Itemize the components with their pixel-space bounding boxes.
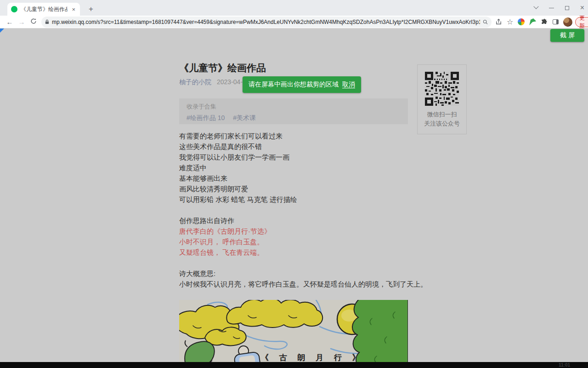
poem-line: 唐代李白的《古朗月行·节选》 xyxy=(179,226,409,236)
drawing-svg: 《 古 朗 月 行 》 李 白 [ 唐 ] 小 时 不 识 月 ， xyxy=(179,300,408,368)
browser-toolbar: ← → mp.weixin.qq.com/s?src=11&timestamp=… xyxy=(0,16,588,29)
window-close-icon[interactable]: × xyxy=(580,4,584,12)
green-extension-icon[interactable] xyxy=(529,18,536,25)
chevron-down-icon[interactable] xyxy=(533,4,538,9)
album-tag[interactable]: #绘画作品 10 xyxy=(187,114,225,122)
update-label: 更新 xyxy=(579,14,585,30)
tab-title: 《儿童节》绘画作品 xyxy=(21,6,68,13)
qr-panel: 微信扫一扫 关注该公众号 xyxy=(417,64,467,134)
poem-line: 又疑瑶台镜， 飞在青云端。 xyxy=(179,247,409,258)
author-link[interactable]: 柚子的小院 xyxy=(179,78,211,86)
colorful-extension-icon[interactable] xyxy=(518,18,525,25)
url-text: mp.weixin.qq.com/s?src=11&timestamp=1681… xyxy=(52,19,480,25)
lock-icon xyxy=(45,19,49,25)
article-illustration: 《 古 朗 月 行 》 李 白 [ 唐 ] 小 时 不 识 月 ， xyxy=(179,300,408,368)
meaning-label: 诗大概意思: xyxy=(179,268,409,279)
forward-button[interactable]: → xyxy=(16,18,28,26)
side-panel-icon[interactable] xyxy=(553,19,559,24)
blank-line xyxy=(179,258,409,268)
poem-line: 小时不识月， 呼作白玉盘。 xyxy=(179,236,409,247)
taskbar: 11:01 xyxy=(0,362,588,368)
share-icon[interactable] xyxy=(495,18,502,25)
article-title: 《儿童节》绘画作品 xyxy=(179,62,266,75)
tab-strip: 《儿童节》绘画作品 × + × xyxy=(0,0,588,16)
screenshot-button[interactable]: 截 屏 xyxy=(550,29,584,42)
paragraph: 我觉得可以让小朋友们学一学画一画 xyxy=(179,152,409,162)
extensions-puzzle-icon[interactable] xyxy=(541,18,548,26)
window-controls: × xyxy=(534,0,584,16)
toolbar-icons: ☆ xyxy=(495,17,572,27)
paragraph: 基本能够画出来 xyxy=(179,173,409,184)
album-box: 收录于合集 #绘画作品 10 #美术课 xyxy=(179,98,408,124)
wechat-favicon-icon xyxy=(11,6,17,12)
poem-intro: 创作思路出自诗作 xyxy=(179,215,409,226)
address-bar[interactable]: mp.weixin.qq.com/s?src=11&timestamp=1681… xyxy=(41,17,492,28)
snip-instruction-text: 请在屏幕中画出你想裁剪的区域 xyxy=(249,80,339,89)
reload-button[interactable] xyxy=(28,18,40,26)
minimize-icon[interactable] xyxy=(549,8,554,8)
qr-code xyxy=(425,72,459,106)
meaning-text: 小时候我不认识月亮，将它呼作白玉盘。又怀疑是瑶台仙人的明境，飞到了天上。 xyxy=(179,279,409,289)
back-button[interactable]: ← xyxy=(4,18,16,26)
tab-close-icon[interactable]: × xyxy=(71,6,76,13)
blank-line xyxy=(179,205,409,215)
paragraph: 画风比较清秀明朗可爱 xyxy=(179,184,409,194)
chrome-update-button[interactable]: 更新 ⋮ xyxy=(575,17,588,27)
new-tab-button[interactable]: + xyxy=(85,4,96,15)
qr-caption-line1: 微信扫一扫 xyxy=(424,110,460,119)
restore-icon[interactable] xyxy=(565,6,569,10)
profile-avatar[interactable] xyxy=(563,17,572,27)
qr-caption-line2: 关注该公众号 xyxy=(424,119,460,128)
drawing-text-line: 《 古 朗 月 行 》 xyxy=(261,353,364,362)
snip-cancel-link[interactable]: 取消 xyxy=(342,80,355,89)
blue-corner-marker xyxy=(0,29,4,33)
snip-instruction-tooltip: 请在屏幕中画出你想裁剪的区域 取消 xyxy=(243,76,361,93)
paragraph: 这些美术作品是真的很不错 xyxy=(179,141,409,152)
bookmark-star-icon[interactable]: ☆ xyxy=(507,17,513,26)
reload-icon xyxy=(30,18,37,24)
paragraph: 可以用彩铅 水彩 蜡笔 马克笔 进行描绘 xyxy=(179,194,409,205)
browser-tab[interactable]: 《儿童节》绘画作品 × xyxy=(7,3,80,16)
album-label: 收录于合集 xyxy=(187,103,401,111)
paragraph: 难度适中 xyxy=(179,162,409,173)
album-tag[interactable]: #美术课 xyxy=(233,114,256,122)
taskbar-clock: 11:01 xyxy=(559,362,570,368)
album-tags: #绘画作品 10 #美术课 xyxy=(187,114,401,122)
zoom-magnifier-icon[interactable] xyxy=(483,19,488,25)
paragraph: 有需要的老师们家长们可以看过来 xyxy=(179,131,409,141)
article-body: 有需要的老师们家长们可以看过来 这些美术作品是真的很不错 我觉得可以让小朋友们学… xyxy=(179,131,409,289)
